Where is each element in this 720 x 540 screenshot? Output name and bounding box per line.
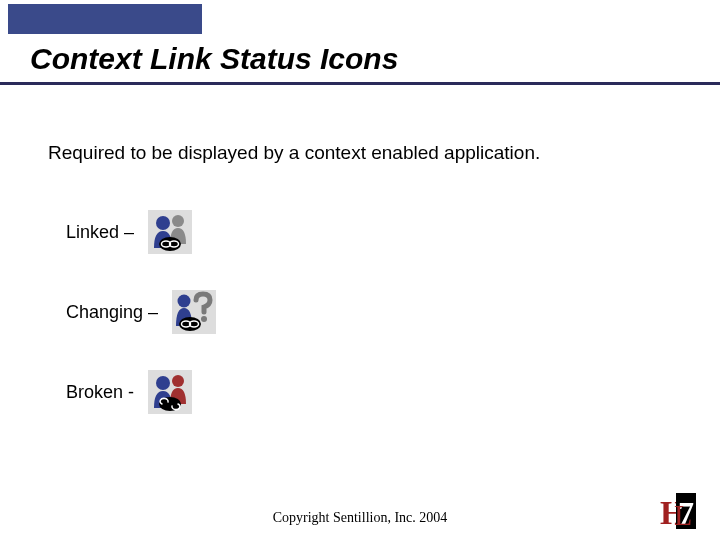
status-label: Linked –: [66, 222, 134, 243]
svg-point-14: [156, 376, 170, 390]
status-label: Changing –: [66, 302, 158, 323]
header-accent-bar: [8, 4, 202, 34]
svg-text:L: L: [674, 498, 692, 531]
svg-point-13: [172, 375, 184, 387]
linked-icon: [148, 210, 192, 254]
status-row-broken: Broken -: [66, 370, 192, 414]
svg-point-7: [178, 295, 191, 308]
svg-point-8: [201, 316, 207, 322]
title-row: Context Link Status Icons: [0, 42, 720, 85]
changing-icon: [172, 290, 216, 334]
hl7-logo: H 7 L: [658, 490, 700, 532]
page-title: Context Link Status Icons: [30, 42, 720, 76]
page-subtitle: Required to be displayed by a context en…: [48, 142, 540, 164]
status-label: Broken -: [66, 382, 134, 403]
status-row-changing: Changing –: [66, 290, 216, 334]
svg-point-2: [156, 216, 170, 230]
status-row-linked: Linked –: [66, 210, 192, 254]
copyright-footer: Copyright Sentillion, Inc. 2004: [0, 510, 720, 526]
svg-point-1: [172, 215, 184, 227]
broken-icon: [148, 370, 192, 414]
